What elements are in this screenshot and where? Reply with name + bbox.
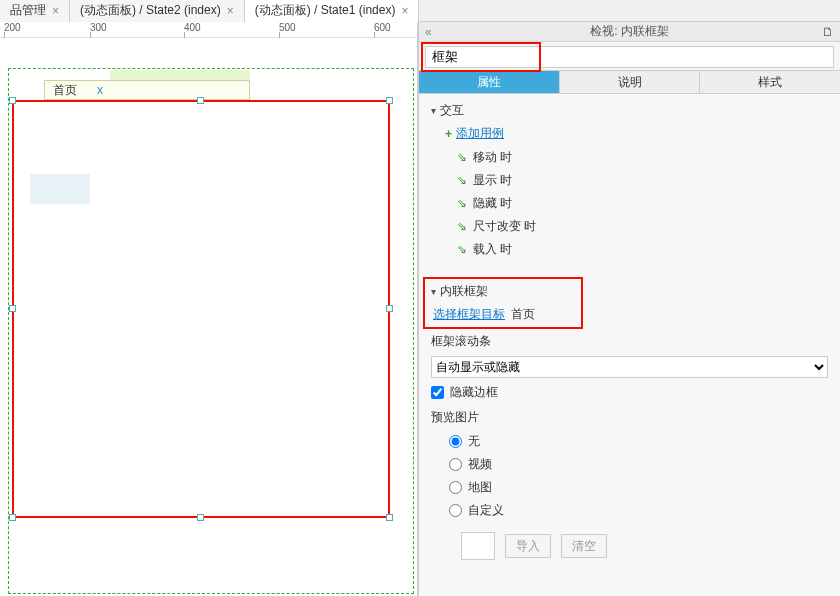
preview-radio-group: 无 视频 地图 自定义	[449, 430, 828, 522]
preview-actions: 导入 清空	[461, 532, 828, 560]
event-item[interactable]: ⇖尺寸改变 时	[457, 215, 828, 238]
design-canvas[interactable]: 200 300 400 500 600 首页 x	[0, 22, 418, 596]
caret-down-icon: ▾	[431, 286, 436, 297]
event-list: ⇖移动 时 ⇖显示 时 ⇖隐藏 时 ⇖尺寸改变 时 ⇖载入 时	[457, 146, 828, 261]
add-case-link[interactable]: + 添加用例	[445, 125, 828, 142]
event-item[interactable]: ⇖移动 时	[457, 146, 828, 169]
event-icon: ⇖	[457, 174, 467, 188]
interactions-section: ▾ 交互 + 添加用例 ⇖移动 时 ⇖显示 时 ⇖隐藏 时 ⇖尺寸改变 时 ⇖载…	[419, 94, 840, 265]
ruler-tick: 300	[90, 22, 107, 33]
scroll-label: 框架滚动条	[431, 333, 828, 350]
resize-handle-nw[interactable]	[9, 97, 16, 104]
inspector-body: ▾ 交互 + 添加用例 ⇖移动 时 ⇖显示 时 ⇖隐藏 时 ⇖尺寸改变 时 ⇖载…	[419, 94, 840, 596]
clear-button[interactable]: 清空	[561, 534, 607, 558]
resize-handle-se[interactable]	[386, 514, 393, 521]
radio-map[interactable]: 地图	[449, 476, 828, 499]
inspector-header: « 检视: 内联框架 🗋	[419, 22, 840, 42]
inspector-panel: « 检视: 内联框架 🗋 属性 说明 样式 ▾ 交互 + 添加用例	[418, 22, 840, 596]
tab-properties[interactable]: 属性	[419, 70, 560, 94]
ruler-horizontal: 200 300 400 500 600	[0, 22, 417, 38]
doc-tab-label: (动态面板) / State1 (index)	[255, 2, 396, 19]
inner-widget[interactable]	[30, 174, 90, 204]
state-tab-close[interactable]: x	[97, 83, 103, 97]
btn-label: 清空	[572, 538, 596, 555]
selected-widget-frame	[12, 100, 390, 518]
collapse-left-icon[interactable]: «	[425, 25, 432, 39]
radio-label: 无	[468, 433, 480, 450]
iframe-section: ▾ 内联框架 选择框架目标 首页 框架滚动条 自动显示或隐藏 隐藏边框	[419, 265, 840, 564]
plus-icon: +	[445, 127, 452, 141]
event-icon: ⇖	[457, 151, 467, 165]
radio-label: 视频	[468, 456, 492, 473]
ruler-tick: 500	[279, 22, 296, 33]
state-tab-label: 首页	[53, 82, 77, 99]
select-frame-target-link[interactable]: 选择框架目标	[433, 306, 505, 323]
event-icon: ⇖	[457, 243, 467, 257]
page-icon[interactable]: 🗋	[822, 25, 834, 39]
event-item[interactable]: ⇖显示 时	[457, 169, 828, 192]
frame-scroll-select[interactable]: 自动显示或隐藏	[431, 356, 828, 378]
inspector-tabs: 属性 说明 样式	[419, 70, 840, 94]
close-icon[interactable]: ×	[401, 4, 408, 18]
resize-handle-w[interactable]	[9, 305, 16, 312]
event-icon: ⇖	[457, 220, 467, 234]
doc-tab-0[interactable]: 品管理 ×	[0, 0, 70, 22]
resize-handle-s[interactable]	[197, 514, 204, 521]
import-button[interactable]: 导入	[505, 534, 551, 558]
doc-tab-label: 品管理	[10, 2, 46, 19]
resize-handle-n[interactable]	[197, 97, 204, 104]
doc-tab-label: (动态面板) / State2 (index)	[80, 2, 221, 19]
event-label: 显示 时	[473, 172, 512, 189]
event-item[interactable]: ⇖载入 时	[457, 238, 828, 261]
event-label: 尺寸改变 时	[473, 218, 536, 235]
canvas-stage[interactable]: 首页 x	[0, 38, 418, 596]
radio-video[interactable]: 视频	[449, 453, 828, 476]
ruler-tick: 400	[184, 22, 201, 33]
section-title: 内联框架	[440, 283, 488, 300]
hide-border-checkbox[interactable]	[431, 386, 444, 399]
doc-tab-1[interactable]: (动态面板) / State2 (index) ×	[70, 0, 245, 22]
doc-tab-2[interactable]: (动态面板) / State1 (index) ×	[245, 0, 420, 22]
frame-target-value: 首页	[511, 306, 535, 323]
event-label: 隐藏 时	[473, 195, 512, 212]
widget-name-row	[419, 42, 840, 70]
event-icon: ⇖	[457, 197, 467, 211]
close-icon[interactable]: ×	[52, 4, 59, 18]
ruler-tick: 600	[374, 22, 391, 33]
radio-label: 自定义	[468, 502, 504, 519]
event-label: 移动 时	[473, 149, 512, 166]
close-icon[interactable]: ×	[227, 4, 234, 18]
ruler-tick: 200	[4, 22, 21, 33]
event-label: 载入 时	[473, 241, 512, 258]
resize-handle-ne[interactable]	[386, 97, 393, 104]
section-title: 交互	[440, 102, 464, 119]
tab-label: 样式	[758, 74, 782, 91]
resize-handle-e[interactable]	[386, 305, 393, 312]
section-header-iframe[interactable]: ▾ 内联框架	[431, 283, 828, 300]
radio-label: 地图	[468, 479, 492, 496]
tab-notes[interactable]: 说明	[560, 70, 701, 94]
widget-name-input[interactable]	[425, 46, 834, 68]
tab-label: 说明	[618, 74, 642, 91]
section-header-interactions[interactable]: ▾ 交互	[431, 102, 828, 119]
document-tab-bar: 品管理 × (动态面板) / State2 (index) × (动态面板) /…	[0, 0, 840, 22]
tab-style[interactable]: 样式	[700, 70, 840, 94]
radio-custom[interactable]: 自定义	[449, 499, 828, 522]
preview-label: 预览图片	[431, 409, 828, 426]
btn-label: 导入	[516, 538, 540, 555]
state-tab[interactable]: 首页 x	[44, 80, 250, 100]
resize-handle-sw[interactable]	[9, 514, 16, 521]
hide-border-label: 隐藏边框	[450, 384, 498, 401]
event-item[interactable]: ⇖隐藏 时	[457, 192, 828, 215]
caret-down-icon: ▾	[431, 105, 436, 116]
radio-none[interactable]: 无	[449, 430, 828, 453]
add-case-label: 添加用例	[456, 125, 504, 142]
preview-swatch[interactable]	[461, 532, 495, 560]
tab-label: 属性	[477, 74, 501, 91]
inspector-title: 检视: 内联框架	[590, 23, 669, 40]
